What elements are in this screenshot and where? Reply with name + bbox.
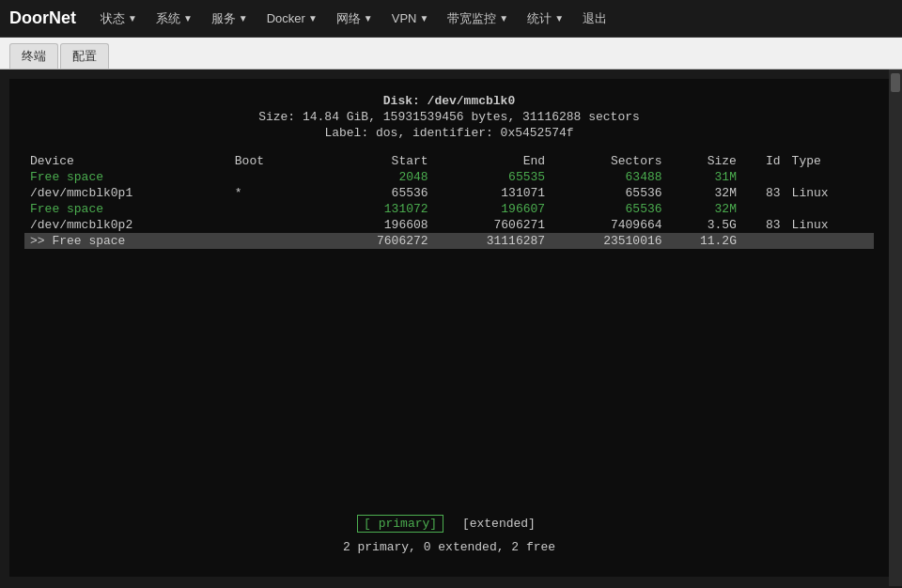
col-header-start: Start — [317, 153, 433, 169]
col-header-device: Device — [24, 153, 229, 169]
disk-size: Size: 14.84 GiB, 15931539456 bytes, 3111… — [24, 110, 874, 124]
scrollbar[interactable] — [889, 70, 902, 586]
chevron-down-icon: ▼ — [239, 13, 248, 23]
col-header-boot: Boot — [229, 153, 317, 169]
scrollbar-thumb[interactable] — [891, 73, 900, 92]
chevron-down-icon: ▼ — [128, 13, 137, 23]
partition-legend: [ primary] [extended] — [9, 517, 889, 531]
chevron-down-icon: ▼ — [554, 13, 564, 23]
partition-summary: 2 primary, 0 extended, 2 free — [9, 540, 889, 554]
tab-config[interactable]: 配置 — [60, 43, 109, 69]
col-header-id: Id — [742, 153, 786, 169]
chevron-down-icon: ▼ — [419, 13, 428, 23]
table-row[interactable]: Free space2048655356348831M — [24, 169, 874, 185]
nav-bandwidth[interactable]: 带宽监控 ▼ — [438, 0, 518, 38]
disk-label: Label: dos, identifier: 0x5452574f — [24, 126, 874, 140]
nav-logout[interactable]: 退出 — [573, 0, 616, 38]
chevron-down-icon: ▼ — [183, 13, 193, 23]
nav-status[interactable]: 状态 ▼ — [91, 0, 147, 38]
nav-vpn[interactable]: VPN ▼ — [382, 0, 439, 38]
main-content: Disk: /dev/mmcblk0 Size: 14.84 GiB, 1593… — [0, 70, 902, 586]
chevron-down-icon: ▼ — [364, 13, 373, 23]
primary-legend: [ primary] — [357, 515, 443, 533]
disk-title: Disk: /dev/mmcblk0 — [24, 94, 874, 108]
chevron-down-icon: ▼ — [308, 13, 318, 23]
brand: DoorNet — [9, 8, 76, 28]
tab-bar: 终端 配置 — [0, 38, 902, 70]
table-row[interactable]: >> Free space7606272311162872351001611.2… — [24, 233, 874, 249]
col-header-type: Type — [786, 153, 874, 169]
table-row[interactable]: Free space1310721966076553632M — [24, 201, 874, 217]
nav-stats[interactable]: 统计 ▼ — [518, 0, 573, 38]
navbar: DoorNet 状态 ▼ 系统 ▼ 服务 ▼ Docker ▼ 网络 ▼ VPN… — [0, 0, 902, 38]
col-header-sectors: Sectors — [551, 153, 667, 169]
col-header-end: End — [434, 153, 551, 169]
nav-services[interactable]: 服务 ▼ — [202, 0, 257, 38]
terminal-panel: Disk: /dev/mmcblk0 Size: 14.84 GiB, 1593… — [9, 79, 889, 577]
nav-docker[interactable]: Docker ▼ — [257, 0, 327, 38]
bottom-area: [ primary] [extended] 2 primary, 0 exten… — [9, 517, 889, 554]
col-header-size: Size — [668, 153, 742, 169]
table-row[interactable]: /dev/mmcblk0p2196608760627174096643.5G83… — [24, 217, 874, 233]
extended-legend: [extended] — [457, 516, 541, 532]
chevron-down-icon: ▼ — [499, 13, 508, 23]
nav-network[interactable]: 网络 ▼ — [327, 0, 382, 38]
tab-terminal[interactable]: 终端 — [9, 43, 58, 69]
partition-table: Device Boot Start End Sectors Size Id Ty… — [24, 153, 874, 249]
table-row[interactable]: /dev/mmcblk0p1*655361310716553632M83Linu… — [24, 185, 874, 201]
nav-system[interactable]: 系统 ▼ — [147, 0, 202, 38]
